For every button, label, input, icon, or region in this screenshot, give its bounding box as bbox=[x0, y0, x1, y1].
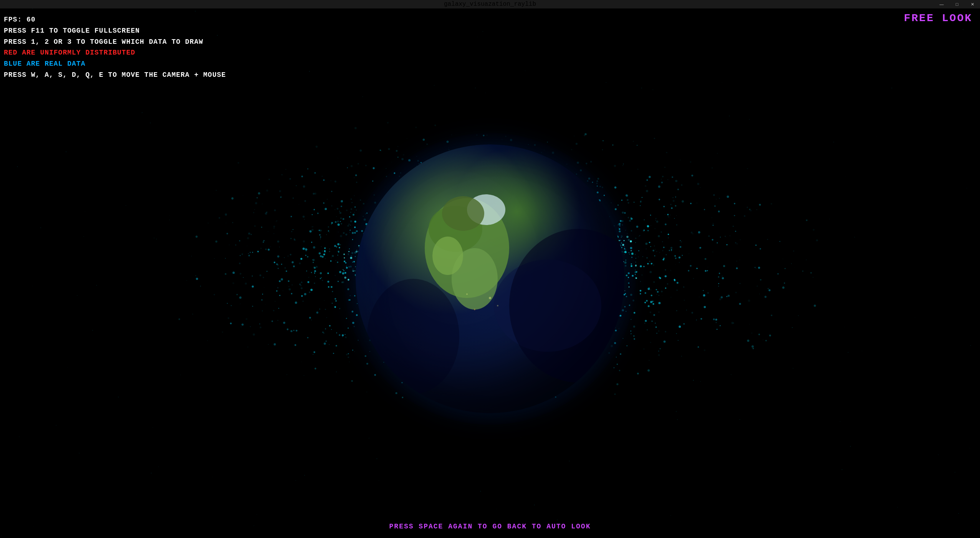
fps-display: FPS: 60 bbox=[4, 14, 226, 25]
svg-point-11 bbox=[466, 293, 468, 295]
hud-line5: PRESS W, A, S, D, Q, E TO MOVE THE CAMER… bbox=[4, 70, 226, 81]
hud-line3: RED ARE UNIFORMLY DISTRIBUTED bbox=[4, 47, 226, 58]
earth-surface bbox=[356, 144, 624, 413]
hud-line4: BLUE ARE REAL DATA bbox=[4, 58, 226, 70]
close-button[interactable]: ✕ bbox=[965, 0, 980, 8]
titlebar: galaxy_visuazation_raylib — □ ✕ bbox=[0, 0, 980, 8]
bottom-instruction: PRESS SPACE AGAIN TO GO BACK TO AUTO LOO… bbox=[389, 523, 591, 530]
window-title: galaxy_visuazation_raylib bbox=[444, 1, 536, 8]
titlebar-controls[interactable]: — □ ✕ bbox=[934, 0, 980, 8]
svg-point-6 bbox=[442, 196, 484, 231]
earth-globe bbox=[356, 144, 624, 413]
svg-point-7 bbox=[509, 229, 624, 382]
minimize-button[interactable]: — bbox=[934, 0, 949, 8]
svg-point-12 bbox=[474, 309, 475, 310]
earth-landmasses bbox=[356, 144, 624, 413]
svg-point-5 bbox=[432, 237, 463, 275]
svg-point-8 bbox=[367, 279, 459, 394]
free-look-label: FREE LOOK bbox=[904, 12, 972, 24]
svg-point-9 bbox=[489, 297, 491, 299]
maximize-button[interactable]: □ bbox=[949, 0, 965, 8]
main-scene: FPS: 60 PRESS F11 TO TOGGLE FULLSCREEN P… bbox=[0, 8, 980, 538]
hud-line2: PRESS 1, 2 OR 3 TO TOGGLE WHICH DATA TO … bbox=[4, 36, 226, 48]
hud-overlay: FPS: 60 PRESS F11 TO TOGGLE FULLSCREEN P… bbox=[0, 12, 230, 83]
svg-point-10 bbox=[497, 305, 498, 306]
hud-line1: PRESS F11 TO TOGGLE FULLSCREEN bbox=[4, 25, 226, 36]
